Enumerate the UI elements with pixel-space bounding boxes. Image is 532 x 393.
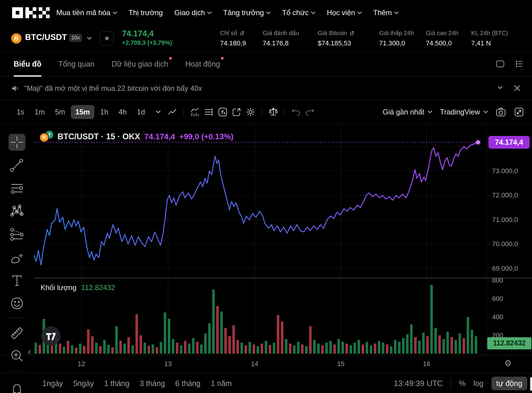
trend-line-tool[interactable] [8, 157, 25, 174]
timeframe-5m[interactable]: 5m [51, 105, 70, 119]
nav-item-markets[interactable]: Thị trường [129, 8, 163, 17]
stat-value: $74.185,53 [318, 39, 354, 47]
axis-tick [487, 280, 489, 281]
volume-bar [281, 322, 283, 354]
volume-bar [273, 343, 275, 354]
volume-bar [71, 345, 73, 354]
formula-fx-icon[interactable] [218, 107, 228, 117]
emoji-tool[interactable] [8, 295, 25, 312]
chart-type-icon[interactable] [167, 107, 177, 117]
price-mode-label: Giá gần nhất [383, 108, 424, 116]
price-chart-canvas[interactable] [34, 124, 486, 355]
announcement-chevron-down-icon[interactable] [498, 86, 502, 89]
position-calculator-scale-icon[interactable] [268, 107, 278, 117]
time-axis-gear-icon[interactable]: ⚙ [504, 358, 512, 368]
pair-selector-chevron-icon[interactable] [87, 37, 91, 40]
layout-expand-icon[interactable] [496, 60, 505, 68]
range-3[interactable]: 1 tháng [104, 379, 129, 388]
volume-bar [341, 342, 344, 354]
volume-bar [471, 330, 473, 354]
indicators-icon[interactable] [190, 107, 200, 117]
chart-plot[interactable] [34, 124, 486, 355]
brush-tool[interactable] [8, 249, 25, 266]
timeframe-more-chevron-icon[interactable] [153, 107, 163, 117]
tradingview-logo[interactable] [41, 326, 61, 346]
redo-icon[interactable] [305, 107, 315, 117]
price-mode-select[interactable]: Giá gần nhất [383, 108, 432, 116]
screenshot-camera-icon[interactable] [496, 107, 506, 117]
percent-scale-button[interactable]: % [459, 379, 465, 388]
nav-item-grow[interactable]: Tăng trưởng [223, 8, 271, 17]
bottom-right-controls: 13:49:39 UTC % log tự động [394, 377, 527, 390]
price-tick-label: 71.000,0 [492, 216, 518, 224]
display-settings-icon[interactable] [204, 107, 214, 117]
chart-vendor-select[interactable]: TradingView [440, 108, 488, 116]
trend-line-icon [8, 157, 25, 174]
volume-bar [192, 338, 195, 354]
panel-list-icon[interactable] [515, 60, 524, 68]
timeframe-15m[interactable]: 15m [71, 105, 94, 119]
timeframe-1m[interactable]: 1m [30, 105, 49, 119]
top-nav: Mua tiền mã hóaThị trườngGiao dịchTăng t… [0, 0, 532, 25]
leverage-badge: 10x [69, 34, 82, 42]
nav-item-label: Tổ chức [282, 8, 309, 17]
volume-bar [297, 342, 300, 354]
range-6[interactable]: 1 năm [211, 379, 232, 388]
timeframe-1h[interactable]: 1h [96, 105, 113, 119]
parallel-lines-tool[interactable] [8, 180, 25, 197]
range-2[interactable]: 5ngày [73, 379, 94, 388]
text-tool[interactable] [8, 272, 25, 289]
range-4[interactable]: 3 tháng [140, 379, 165, 388]
volume-bar [148, 346, 150, 354]
tools-divider [9, 318, 25, 318]
timeframe-4h[interactable]: 4h [114, 105, 131, 119]
compare-symbol-icon[interactable] [232, 107, 242, 117]
pane-separator[interactable] [34, 278, 532, 278]
tab-trading-data[interactable]: Dữ liệu giao dịch [111, 51, 168, 76]
auto-scale-button[interactable]: tự động [491, 377, 527, 390]
nav-item-label: Thêm [373, 8, 392, 17]
favorite-button[interactable]: ★ [100, 31, 114, 45]
volume-bar [75, 348, 77, 354]
volume-bar [212, 289, 215, 354]
last-price: 74.174,4 [122, 29, 154, 38]
magnet-tool[interactable] [8, 380, 25, 393]
okx-logo[interactable] [12, 7, 50, 18]
stat-label: KL 24h (BTC) [471, 30, 508, 37]
range-5[interactable]: 6 tháng [175, 379, 200, 388]
nav-item-more[interactable]: Thêm [373, 8, 398, 17]
volume-bar [257, 346, 259, 354]
utc-clock[interactable]: 13:49:39 UTC [394, 379, 443, 388]
announcement-close-icon[interactable] [513, 84, 521, 92]
time-axis[interactable]: ⚙ 1213141516 [0, 355, 532, 373]
log-scale-button[interactable]: log [473, 379, 483, 388]
timeframe-1s[interactable]: 1s [12, 105, 29, 119]
timeframe-buttons: 1s1m5m15m1h4h1d [12, 105, 149, 119]
collapse-toolbar-chevron-icon[interactable]: ‹ [28, 346, 31, 357]
volume-bar [200, 345, 202, 354]
volume-bar [111, 347, 114, 354]
tab-activity[interactable]: Hoạt động [185, 51, 220, 76]
chart-settings-gear-icon[interactable] [245, 107, 256, 117]
nav-item-trade[interactable]: Giao dịch [174, 8, 212, 17]
ruler-tool[interactable] [8, 325, 25, 342]
tab-overview[interactable]: Tổng quan [58, 51, 95, 76]
timeframe-1d[interactable]: 1d [133, 105, 150, 119]
undo-icon[interactable] [291, 107, 301, 117]
range-1[interactable]: 1ngày [42, 379, 63, 388]
fullscreen-expand-icon[interactable] [514, 107, 524, 117]
tab-chart[interactable]: Biểu đồ [14, 51, 41, 76]
projection-tool[interactable] [8, 226, 25, 243]
nav-item-academy[interactable]: Học viện [327, 8, 362, 17]
zoom-in-tool[interactable] [8, 347, 25, 364]
price-axis[interactable]: 74.174,4 112.82432 74.000,073.000,072.00… [486, 124, 532, 355]
volume-bar [451, 337, 453, 354]
xabcd-pattern-tool[interactable] [8, 202, 25, 219]
crosshair-tool[interactable] [8, 134, 25, 151]
stat-low-24h: Giá thấp 24h71.300,0 [379, 30, 414, 47]
volume-bar [333, 345, 336, 354]
bottom-bar: 1ngày5ngày1 tháng3 tháng6 tháng1 năm 13:… [0, 373, 532, 393]
announcement-text[interactable]: "Maji" đã mở một vị thế mua 22 bitcoin v… [24, 76, 202, 100]
nav-item-buy-crypto[interactable]: Mua tiền mã hóa [56, 8, 117, 17]
nav-item-institutional[interactable]: Tổ chức [282, 8, 315, 17]
